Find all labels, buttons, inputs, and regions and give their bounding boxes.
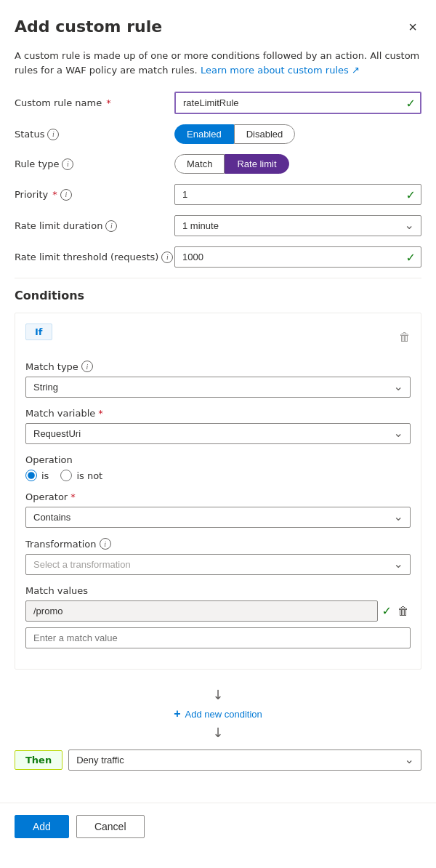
rate-limit-threshold-info-icon[interactable]: i — [161, 252, 173, 263]
match-type-select-wrapper: String — [25, 377, 411, 398]
rate-limit-duration-row: Rate limit duration i 1 minute — [15, 215, 421, 236]
match-type-select[interactable]: String — [25, 377, 411, 398]
match-variable-select[interactable]: RequestUri — [25, 423, 411, 444]
priority-label: Priority * i — [15, 189, 174, 201]
divider — [15, 278, 421, 278]
custom-rule-name-row: Custom rule name * ✓ — [15, 92, 421, 114]
add-button[interactable]: Add — [15, 815, 69, 838]
custom-rule-name-input[interactable] — [174, 92, 421, 114]
rule-type-row: Rule type i Match Rate limit — [15, 154, 421, 174]
match-variable-select-wrapper: RequestUri — [25, 423, 411, 444]
status-toggle: Enabled Disabled — [174, 124, 421, 144]
operation-isnot-option[interactable]: is not — [60, 470, 102, 481]
status-info-icon[interactable]: i — [47, 129, 59, 140]
conditions-section-title: Conditions — [15, 289, 421, 302]
match-type-info-icon[interactable]: i — [81, 361, 93, 372]
rate-limit-threshold-label: Rate limit threshold (requests) i — [15, 252, 174, 263]
rate-limit-threshold-row: Rate limit threshold (requests) i ✓ — [15, 246, 421, 268]
custom-rule-name-field: ✓ — [174, 92, 421, 114]
priority-info-icon[interactable]: i — [60, 189, 72, 201]
operation-is-radio[interactable] — [25, 470, 37, 481]
status-enabled-button[interactable]: Enabled — [174, 124, 234, 144]
rule-type-label: Rule type i — [15, 158, 174, 170]
priority-check-icon: ✓ — [406, 188, 416, 201]
action-select-wrapper: Deny traffic — [68, 750, 421, 771]
operator-select[interactable]: Contains — [25, 507, 411, 528]
arrow-down-icon: ↓ — [212, 688, 223, 702]
match-value-new-input[interactable] — [25, 627, 411, 648]
arrow-down-icon-2: ↓ — [212, 726, 223, 739]
footer: Add Cancel — [0, 803, 436, 850]
rate-limit-duration-label: Rate limit duration i — [15, 220, 174, 232]
operator-label: Operator * — [25, 491, 411, 502]
rate-limit-threshold-field: ✓ — [174, 246, 421, 268]
operation-isnot-radio[interactable] — [60, 470, 72, 481]
custom-rule-name-label: Custom rule name * — [15, 97, 174, 108]
priority-row: Priority * i ✓ — [15, 184, 421, 205]
status-row: Status i Enabled Disabled — [15, 124, 421, 144]
operator-select-wrapper: Contains — [25, 507, 411, 528]
then-badge: Then — [15, 750, 62, 770]
panel-title: Add custom rule — [15, 17, 162, 36]
operator-group: Operator * Contains — [25, 491, 411, 528]
match-values-label: Match values — [25, 585, 411, 596]
rule-type-info-icon[interactable]: i — [62, 158, 73, 170]
threshold-check-icon: ✓ — [406, 250, 416, 264]
close-button[interactable]: × — [404, 17, 421, 37]
action-select[interactable]: Deny traffic — [68, 750, 421, 771]
operation-group: Operation is is not — [25, 454, 411, 481]
rule-type-match-button[interactable]: Match — [174, 154, 225, 174]
match-value-check-icon: ✓ — [382, 604, 392, 618]
rate-limit-threshold-input[interactable] — [174, 246, 421, 268]
then-row: Then Deny traffic — [15, 750, 421, 771]
match-variable-label: Match variable * — [25, 408, 411, 419]
external-link-icon: ↗ — [352, 65, 360, 76]
match-variable-group: Match variable * RequestUri — [25, 408, 411, 444]
status-label: Status i — [15, 129, 174, 140]
rule-type-toggle: Match Rate limit — [174, 154, 421, 174]
transformation-select-wrapper: Select a transformation — [25, 554, 411, 575]
match-type-label: Match type i — [25, 361, 411, 372]
plus-icon: + — [174, 707, 180, 720]
if-badge: If — [25, 324, 52, 340]
operation-label: Operation — [25, 454, 411, 465]
priority-field: ✓ — [174, 184, 421, 205]
transformation-info-icon[interactable]: i — [100, 538, 111, 550]
rate-limit-duration-select[interactable]: 1 minute — [174, 215, 421, 236]
condition-block: If 🗑 Match type i String Match variable … — [15, 313, 421, 670]
rate-limit-duration-info-icon[interactable]: i — [105, 220, 117, 232]
operation-is-option[interactable]: is — [25, 470, 49, 481]
operation-radio-group: is is not — [25, 470, 411, 481]
match-value-existing-input[interactable] — [25, 600, 378, 622]
priority-input[interactable] — [174, 184, 421, 205]
rule-type-rate-button[interactable]: Rate limit — [225, 154, 288, 174]
match-type-group: Match type i String — [25, 361, 411, 398]
description-text: A custom rule is made up of one or more … — [15, 49, 421, 77]
valid-check-icon: ✓ — [406, 96, 416, 110]
cancel-button[interactable]: Cancel — [76, 815, 145, 838]
match-values-group: Match values ✓ 🗑 — [25, 585, 411, 648]
learn-more-link[interactable]: Learn more about custom rules ↗ — [201, 65, 360, 76]
delete-match-value-button[interactable]: 🗑 — [396, 603, 411, 619]
transformation-label: Transformation i — [25, 538, 411, 550]
status-disabled-button[interactable]: Disabled — [234, 124, 296, 144]
panel-header: Add custom rule × — [15, 17, 421, 37]
add-condition-container: ↓ + Add new condition ↓ — [15, 681, 421, 747]
condition-header: If 🗑 — [25, 324, 411, 350]
transformation-select[interactable]: Select a transformation — [25, 554, 411, 575]
delete-condition-button[interactable]: 🗑 — [399, 331, 411, 344]
match-value-existing-row: ✓ 🗑 — [25, 600, 411, 622]
transformation-group: Transformation i Select a transformation — [25, 538, 411, 575]
add-condition-button[interactable]: + Add new condition — [168, 704, 268, 723]
rate-limit-duration-field: 1 minute — [174, 215, 421, 236]
